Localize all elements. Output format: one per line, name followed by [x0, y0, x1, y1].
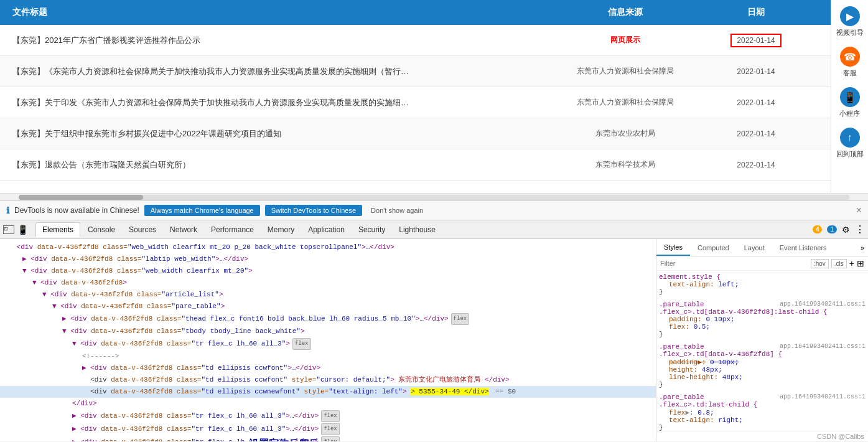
sidebar-label-miniapp: 小程序 — [839, 109, 860, 118]
row-title: 【东莞】关于组织申报东莞市乡村振兴促进中心2022年课题研究项目的通知 — [12, 128, 557, 139]
switch-language-button[interactable]: Switch DevTools to Chinese — [265, 205, 362, 216]
tab-console[interactable]: Console — [82, 223, 121, 237]
dom-line: ▶ <div data-v-436f2fd8 class="tr flex_c … — [0, 436, 656, 441]
style-block-element: element.style { text-align: left; } — [659, 273, 866, 296]
match-language-button[interactable]: Always match Chrome's language — [144, 205, 260, 216]
device-toggle-icon[interactable]: 📱 — [17, 225, 28, 235]
tab-sources[interactable]: Sources — [123, 223, 162, 237]
col-header-title: 文件标题 — [12, 7, 557, 18]
element-inspector-icon[interactable]: ⊡ — [3, 225, 14, 234]
tab-memory[interactable]: Memory — [261, 223, 301, 237]
add-style-icon[interactable]: + — [849, 258, 854, 268]
tab-performance[interactable]: Performance — [205, 223, 260, 237]
date-highlighted: 2022-01-14 — [730, 34, 781, 47]
devtools-notification-bar: ℹ DevTools is now available in Chinese! … — [0, 200, 868, 220]
style-selector-row: .pare_table app.1641993402411.css:1 — [659, 393, 866, 401]
tab-application[interactable]: Application — [302, 223, 351, 237]
page-content-area: 文件标题 信息来源 日期 【东莞】2021年广东省广播影视奖评选推荐作品公示 网… — [0, 0, 868, 193]
styles-panel: Styles Computed Layout Event Listeners »… — [656, 239, 868, 441]
style-selector-extra: .flex_c>.td:last-child { — [659, 401, 866, 408]
devtools-tab-right: 4 1 ⚙ ⋮ — [813, 223, 865, 235]
dom-line: ▼ <div data-v-436f2fd8 class="tbody tbod… — [0, 326, 656, 337]
tab-security[interactable]: Security — [352, 223, 391, 237]
sidebar-label-service: 客服 — [843, 68, 857, 78]
source-special-label: 网页展示 — [610, 35, 640, 44]
styles-tab-event-listeners[interactable]: Event Listeners — [772, 239, 834, 256]
style-selector-extra: .flex_c>.td[data-v-436f2fd8] { — [659, 350, 866, 358]
row-source: 网页展示 — [557, 35, 694, 45]
style-block-4: .pare_table app.1641993402411.css:1 .fle… — [659, 393, 866, 431]
styles-tab-styles[interactable]: Styles — [656, 239, 690, 256]
tab-lighthouse[interactable]: Lighthouse — [393, 223, 442, 237]
dom-line: ▼ <div data-v-436f2fd8 class="pare_table… — [0, 301, 656, 313]
style-prop-row: flex▶: 0.8; — [659, 408, 866, 416]
row-date: 2022-01-14 — [694, 98, 818, 107]
service-icon: ☎ — [840, 47, 860, 67]
sidebar-btn-miniapp[interactable]: 📱 小程序 — [833, 84, 867, 121]
style-prop-row: line-height: 48px; — [659, 374, 866, 381]
dom-line: ▶ <div data-v-436f2fd8 class="thead flex… — [0, 313, 656, 326]
styles-filter-bar: :hov .cls + ⊞ — [656, 256, 868, 271]
dom-line: ▶ <div data-v-436f2fd8 class="tr flex_c … — [0, 423, 656, 436]
dom-line: </div> — [0, 398, 656, 410]
table-body: 【东莞】2021年广东省广播影视奖评选推荐作品公示 网页展示 2022-01-1… — [0, 25, 868, 181]
settings-icon[interactable]: ⚙ — [842, 225, 850, 235]
style-prop-row: height: 48px; — [659, 366, 866, 374]
more-options-icon[interactable]: ⋮ — [855, 223, 865, 235]
row-title: 【东莞】关于印发《东莞市人力资源和社会保障局关于加快推动我市人力资源服务业实现高… — [12, 97, 557, 108]
more-styles-icon[interactable]: » — [861, 244, 868, 252]
table-header: 文件标题 信息来源 日期 — [0, 0, 868, 25]
sidebar-btn-video[interactable]: ▶ 视频引导 — [833, 3, 867, 40]
sidebar-btn-top[interactable]: ↑ 回到顶部 — [833, 125, 867, 162]
row-date: 2022-01-14 — [694, 161, 818, 169]
row-date: 2022-01-14 — [694, 67, 818, 76]
notification-message: DevTools is now available in Chinese! — [14, 206, 139, 215]
devtools-tabs-bar: ⊡ 📱 Elements Console Sources Network Per… — [0, 220, 868, 239]
dom-line: ▼ <div data-v-436f2fd8> — [0, 277, 656, 289]
row-source: 东莞市科学技术局 — [557, 159, 694, 170]
row-date: 2022-01-14 — [694, 129, 818, 138]
dom-line: <div data-v-436f2fd8 class="td ellipsis … — [0, 374, 656, 386]
pseudo-filter-hov[interactable]: :hov — [811, 259, 829, 268]
row-title: 【东莞】退款公告（东莞市瑞隆天然蛋白研究所） — [12, 159, 557, 171]
scrollbar-thumb[interactable] — [19, 195, 143, 200]
style-prop-row: flex: 0.5; — [659, 323, 866, 331]
dom-panel[interactable]: <div data-v-436f2fd8 class="web_width cl… — [0, 239, 656, 441]
annotation-text: 设置字体反爬后 — [249, 438, 319, 441]
styles-tabs: Styles Computed Layout Event Listeners » — [656, 239, 868, 256]
scrollbar-area[interactable] — [0, 193, 868, 200]
style-prop-row: padding: 0 10px; — [659, 316, 866, 323]
style-selector-row: .pare_table app.1641993402411.css:1 — [659, 343, 866, 350]
table-row: 【东莞】2021年广东省广播影视奖评选推荐作品公示 网页展示 2022-01-1… — [0, 25, 868, 56]
new-rule-icon[interactable]: ⊞ — [857, 258, 864, 268]
tab-elements[interactable]: Elements — [35, 222, 80, 237]
style-block-3: .pare_table app.1641993402411.css:1 .fle… — [659, 343, 866, 388]
styles-tab-computed[interactable]: Computed — [690, 239, 737, 256]
sidebar-btn-service[interactable]: ☎ 客服 — [833, 44, 867, 81]
miniapp-icon: 📱 — [840, 87, 860, 107]
pseudo-filter-cls[interactable]: .cls — [831, 259, 847, 268]
row-source: 东莞市人力资源和社会保障局 — [557, 97, 694, 108]
styles-tab-layout[interactable]: Layout — [737, 239, 772, 256]
close-notification-button[interactable]: × — [856, 205, 862, 216]
row-title: 【东莞】2021年广东省广播影视奖评选推荐作品公示 — [12, 35, 557, 46]
table-row: 【东莞】《东莞市人力资源和社会保障局关于加快推动我市人力资源服务业实现高质量发展… — [0, 56, 868, 87]
row-title: 【东莞】《东莞市人力资源和社会保障局关于加快推动我市人力资源服务业实现高质量发展… — [12, 66, 557, 77]
style-block-2: .pare_table app.1641993402411.css:1 .fle… — [659, 301, 866, 338]
style-prop-row: text-align: right; — [659, 416, 866, 424]
style-prop-row-strike: padding▶: 0 10px; — [659, 358, 866, 366]
info-icon: ℹ — [6, 205, 9, 215]
dom-line-selected: <div data-v-436f2fd8 class="td ellipsis … — [0, 386, 656, 398]
col-header-date: 日期 — [694, 7, 818, 18]
col-header-source: 信息来源 — [557, 7, 694, 18]
top-icon: ↑ — [840, 128, 860, 148]
tab-network[interactable]: Network — [164, 223, 203, 237]
style-close-brace: } — [659, 331, 866, 338]
row-source: 东莞市人力资源和社会保障局 — [557, 66, 694, 77]
devtools-panel: ⊡ 📱 Elements Console Sources Network Per… — [0, 220, 868, 441]
csdn-watermark: CSDN @Calibs — [656, 431, 868, 441]
scrollbar-track[interactable] — [19, 195, 849, 200]
style-close-brace: } — [659, 381, 866, 388]
styles-filter-input[interactable] — [660, 260, 808, 267]
dont-show-again-button[interactable]: Don't show again — [367, 205, 427, 216]
